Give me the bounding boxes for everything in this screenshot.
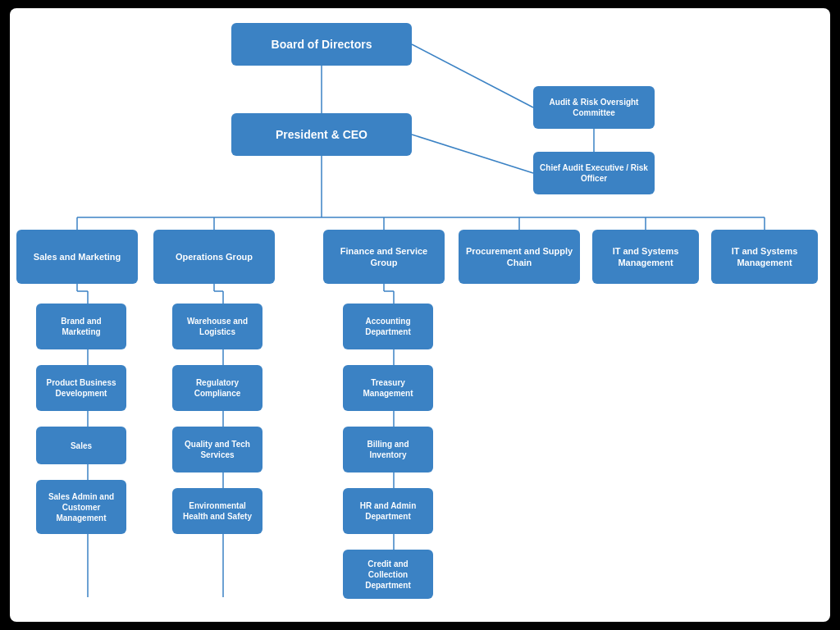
chief-audit-node: Chief Audit Executive / Risk Officer [533, 152, 655, 194]
product-biz-node: Product Business Development [36, 365, 126, 411]
svg-line-0 [412, 44, 533, 107]
warehouse-node: Warehouse and Logistics [172, 304, 262, 349]
org-chart: Board of Directors Audit & Risk Oversigh… [10, 8, 830, 622]
audit-risk-node: Audit & Risk Oversight Committee [533, 86, 655, 129]
treasury-node: Treasury Management [343, 365, 433, 411]
sales-dept-node: Sales [36, 427, 126, 464]
accounting-node: Accounting Department [343, 304, 433, 349]
brand-marketing-node: Brand and Marketing [36, 304, 126, 349]
it1-node: IT and Systems Management [592, 230, 699, 284]
credit-node: Credit and Collection Department [343, 550, 433, 599]
operations-node: Operations Group [153, 230, 275, 284]
billing-node: Billing and Inventory [343, 427, 433, 472]
ceo-node: President & CEO [231, 113, 412, 156]
regulatory-node: Regulatory Compliance [172, 365, 262, 411]
environmental-node: Environmental Health and Safety [172, 488, 262, 534]
it2-node: IT and Systems Management [711, 230, 818, 284]
board-node: Board of Directors [231, 23, 412, 66]
finance-node: Finance and Service Group [323, 230, 445, 284]
sales-admin-node: Sales Admin and Customer Management [36, 480, 126, 534]
quality-node: Quality and Tech Services [172, 427, 262, 472]
hr-node: HR and Admin Department [343, 488, 433, 534]
sales-marketing-node: Sales and Marketing [16, 230, 138, 284]
svg-line-3 [412, 135, 533, 173]
procurement-node: Procurement and Supply Chain [459, 230, 580, 284]
